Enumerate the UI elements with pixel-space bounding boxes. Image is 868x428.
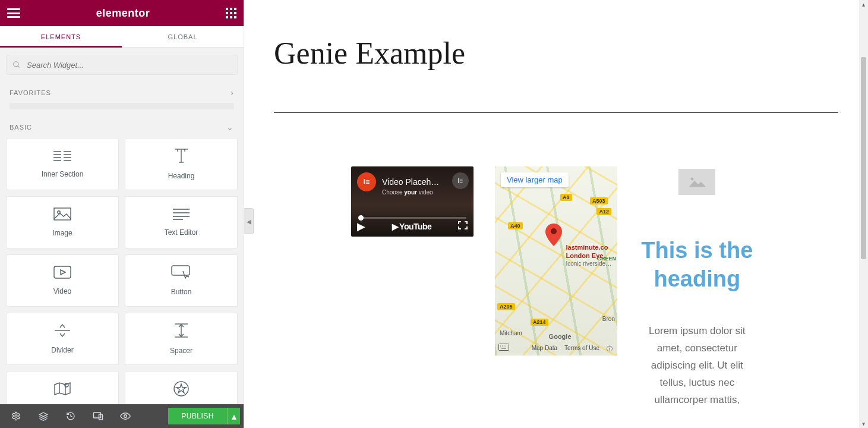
text-editor-icon [172,208,190,220]
column-map[interactable]: A1 A503 A40 A12 A205 A214 GREEN Mitcham … [492,166,620,355]
widget-heading[interactable]: Heading [125,138,238,190]
preview-button[interactable] [113,404,138,428]
channel-avatar-icon: I≡ [357,172,376,191]
svg-rect-45 [687,175,707,189]
chevron-right-icon: › [231,88,234,97]
video-progress[interactable] [358,217,466,219]
map-widget[interactable]: A1 A503 A40 A12 A205 A214 GREEN Mitcham … [495,166,617,355]
widget-label: Video [53,287,71,295]
button-icon [171,265,191,279]
widget-inner-section[interactable]: Inner Section [6,138,119,190]
group-label: BASIC [10,124,32,131]
svg-marker-32 [176,384,186,393]
svg-rect-15 [54,208,71,220]
svg-line-1 [18,66,20,68]
map-terms-link[interactable]: Terms of Use [564,345,599,353]
widget-image[interactable]: Image [6,196,119,248]
heading-widget[interactable]: This is the heading [633,237,761,293]
view-larger-map[interactable]: View larger map [501,172,569,187]
group-basic[interactable]: BASIC ⌄ [0,114,244,138]
widget-label: Image [52,229,72,237]
map-icon [53,381,71,396]
column-video[interactable]: I≡ I≡ Video Placeh… Choose your video [351,166,479,237]
star-icon [173,380,190,397]
widget-label: Button [171,288,192,296]
search-widget[interactable] [6,55,238,75]
divider-icon [53,323,71,338]
widget-divider[interactable]: Divider [6,313,119,365]
svg-point-0 [14,62,18,67]
widget-grid: Inner Section Heading Image Text Editor … [0,138,244,404]
fullscreen-icon[interactable] [458,221,468,232]
widget-icon[interactable]: Icon [125,371,238,404]
road-label: A205 [497,303,515,310]
video-widget[interactable]: I≡ I≡ Video Placeh… Choose your video [351,166,474,237]
map-poi-label: lastminute.co London Eye Iconic riversid… [566,244,611,268]
favorites-placeholder [10,103,234,109]
svg-rect-23 [172,266,190,275]
tab-global[interactable]: GLOBAL [122,26,244,47]
svg-rect-35 [94,413,101,418]
publish-options[interactable]: ▴ [227,408,240,424]
svg-marker-34 [39,413,47,417]
road-label: A1 [560,194,572,201]
group-label: FAVORITES [10,89,51,96]
svg-point-38 [551,228,557,234]
brand-logo: elementor [96,7,150,20]
road-label: A214 [531,319,548,326]
content-section: I≡ I≡ Video Placeh… Choose your video [274,166,838,408]
canvas-scrollbar[interactable]: ▴ ▾ [859,0,868,428]
menu-icon[interactable] [7,8,20,18]
widget-label: Spacer [170,347,192,355]
scroll-up-icon[interactable]: ▴ [859,0,868,9]
history-icon [66,411,75,421]
info-icon[interactable]: ⓘ [607,345,613,353]
image-placeholder[interactable] [678,169,715,195]
map-pin-icon [545,224,562,246]
publish-button[interactable]: PUBLISH [168,408,227,424]
editor-canvas[interactable]: Genie Example I≡ I≡ Video Placeh… Choo [244,0,868,428]
group-favorites[interactable]: FAVORITES › [0,80,244,103]
settings-button[interactable] [4,404,29,428]
scroll-thumb[interactable] [861,57,866,259]
area-label: Mitcham [500,330,522,336]
road-label: A40 [508,222,523,229]
text-widget[interactable]: Lorem ipsum dolor sit amet, consectetur … [633,323,761,408]
search-icon [12,61,21,69]
tab-elements[interactable]: ELEMENTS [0,26,122,47]
svg-point-33 [15,415,17,417]
area-label: Bron [602,316,615,322]
widget-button[interactable]: Button [125,254,238,307]
widget-text-editor[interactable]: Text Editor [125,196,238,248]
widget-label: Text Editor [165,228,198,237]
road-label: A503 [590,197,608,204]
elementor-badge-icon: I≡ [452,172,469,189]
navigator-button[interactable] [31,404,56,428]
widget-label: Inner Section [42,170,84,178]
history-button[interactable] [58,404,83,428]
widget-video[interactable]: Video [6,254,119,307]
panel-header: elementor [0,0,244,26]
gear-icon [11,411,21,421]
apps-grid-icon[interactable] [226,8,236,18]
image-placeholder-icon [687,175,707,189]
responsive-button[interactable] [86,404,111,428]
map-data-link[interactable]: Map Data [532,345,557,353]
widget-google-maps[interactable]: Google Maps [6,371,119,404]
search-input[interactable] [27,61,231,70]
play-icon[interactable]: ▶ [357,220,365,233]
inner-section-icon [53,150,72,162]
panel-collapse-handle[interactable]: ◂ [244,208,254,234]
widget-label: Divider [51,346,73,354]
title-divider [274,112,838,113]
widget-spacer[interactable]: Spacer [125,313,238,365]
page-title: Genie Example [274,36,838,71]
video-subtitle: Choose your video [382,189,468,196]
column-text[interactable]: This is the heading Lorem ipsum dolor si… [633,166,761,408]
svg-rect-21 [54,266,71,278]
heading-icon [172,148,190,163]
panel-tabs: ELEMENTS GLOBAL [0,26,244,48]
scroll-down-icon[interactable]: ▾ [859,419,868,428]
panel-footer: PUBLISH ▴ [0,404,244,428]
youtube-logo: ▶ YouTube [392,222,432,231]
